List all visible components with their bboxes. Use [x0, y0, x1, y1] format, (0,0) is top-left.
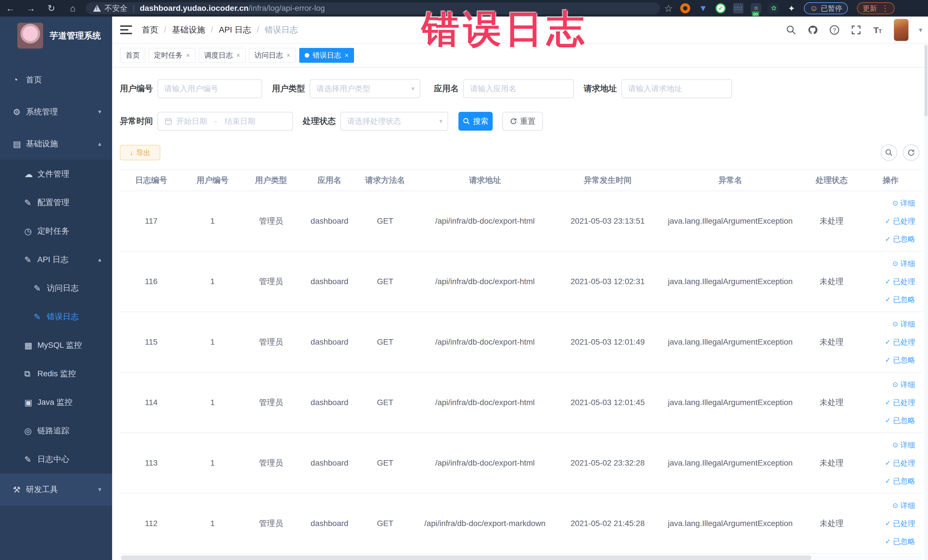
horizontal-scrollbar-thumb[interactable] [121, 555, 811, 560]
export-button[interactable]: ↓ 导出 [120, 145, 160, 160]
action-ignored-link[interactable]: ✓已忽略 [885, 355, 915, 365]
sidebar-item-首页[interactable]: ◔首页 [0, 64, 112, 96]
refresh-button[interactable] [903, 144, 919, 161]
browser-reload-icon[interactable]: ↻ [41, 3, 62, 14]
tools-icon: ⚒ [13, 485, 26, 495]
font-size-icon[interactable]: TT [872, 24, 884, 36]
action-ignored-link[interactable]: ✓已忽略 [885, 234, 915, 244]
tab-label: 访问日志 [255, 50, 283, 60]
sidebar-item-日志中心[interactable]: ✎日志中心 [0, 445, 112, 473]
action-processed-link[interactable]: ✓已处理 [885, 398, 915, 407]
sidebar-item-redis-监控[interactable]: ⧉Redis 监控 [0, 359, 112, 388]
tab-错误日志[interactable]: 错误日志× [299, 48, 354, 63]
action-processed-link[interactable]: ✓已处理 [885, 216, 915, 226]
browser-back-icon[interactable]: ← [0, 3, 21, 14]
exception-time-range-input[interactable]: 开始日期 - 结束日期 [157, 112, 293, 131]
sidebar: 芋道管理系统 ◔首页⚙系统管理▾▤基础设施▴☁文件管理✎配置管理◷定时任务✎AP… [0, 17, 112, 560]
svg-text:?: ? [833, 26, 836, 33]
browser-menu-icon[interactable]: ⋮ [882, 4, 889, 13]
tab-定时任务[interactable]: 定时任务× [149, 48, 195, 63]
breadcrumb-item[interactable]: 首页 [142, 24, 158, 36]
extension-orange-icon[interactable] [680, 3, 690, 14]
help-icon[interactable]: ? [829, 24, 840, 36]
action-detail-link[interactable]: ⊙详细 [892, 380, 915, 390]
sidebar-item-错误日志[interactable]: ✎错误日志 [0, 302, 112, 331]
search-button-label: 搜索 [473, 116, 488, 127]
action-ignored-link[interactable]: ✓已忽略 [885, 416, 915, 426]
table-cell: /api/infra/db-doc/export-html [411, 398, 559, 407]
action-processed-link[interactable]: ✓已处理 [885, 519, 915, 529]
app-logo-row[interactable]: 芋道管理系统 [0, 17, 112, 55]
extension-on-icon[interactable]: ≡ [751, 3, 761, 14]
tab-调度日志[interactable]: 调度日志× [199, 48, 246, 63]
sidebar-item-基础设施[interactable]: ▤基础设施▴ [0, 128, 112, 160]
user-type-select[interactable]: 请选择用户类型 ▾ [310, 79, 420, 98]
extension-grid-icon[interactable]: ∷∷ [733, 3, 743, 14]
breadcrumb-item[interactable]: API 日志 [219, 24, 251, 36]
toggle-search-button[interactable] [881, 144, 897, 161]
fullscreen-icon[interactable] [850, 24, 862, 36]
column-header: 用户编号 [183, 175, 243, 186]
security-warning-icon[interactable] [93, 5, 101, 12]
process-status-select[interactable]: 请选择处理状态 ▾ [340, 112, 448, 131]
table-cell: /api/infra/db-doc/export-html [411, 458, 559, 468]
security-label: 不安全 [104, 3, 128, 14]
browser-forward-icon[interactable]: → [21, 3, 41, 14]
sidebar-item-访问日志[interactable]: ✎访问日志 [0, 274, 112, 302]
sidebar-item-文件管理[interactable]: ☁文件管理 [0, 160, 112, 188]
sidebar-item-配置管理[interactable]: ✎配置管理 [0, 188, 112, 217]
search-icon[interactable] [785, 24, 797, 36]
update-badge[interactable]: 更新 ⋮ [857, 2, 894, 14]
request-url-input[interactable]: 请输入请求地址 [621, 79, 732, 98]
sidebar-item-mysql-监控[interactable]: ▦MySQL 监控 [0, 331, 112, 359]
chevron-down-icon: ▾ [439, 117, 443, 125]
close-tab-icon[interactable]: × [345, 51, 349, 60]
action-ignored-link[interactable]: ✓已忽略 [885, 295, 915, 305]
breadcrumb-separator: / [211, 25, 213, 35]
app-name-input[interactable]: 请输入应用名 [463, 79, 574, 98]
horizontal-scrollbar[interactable] [120, 555, 923, 560]
user-menu-caret-icon[interactable]: ▾ [919, 26, 922, 34]
action-detail-link[interactable]: ⊙详细 [892, 259, 915, 269]
column-header: 操作 [859, 175, 923, 186]
breadcrumb-item[interactable]: 基础设施 [172, 24, 205, 36]
action-processed-link[interactable]: ✓已处理 [885, 337, 915, 347]
action-detail-link[interactable]: ⊙详细 [892, 500, 915, 511]
action-label: 已忽略 [893, 537, 915, 546]
close-tab-icon[interactable]: × [186, 51, 190, 60]
github-icon[interactable] [807, 24, 818, 36]
sidebar-item-定时任务[interactable]: ◷定时任务 [0, 217, 112, 245]
tab-访问日志[interactable]: 访问日志× [249, 48, 296, 63]
sidebar-item-链路追踪[interactable]: ◎链路追踪 [0, 417, 112, 445]
close-tab-icon[interactable]: × [286, 51, 290, 60]
collapse-sidebar-icon[interactable] [120, 25, 132, 35]
paused-badge[interactable]: ☺ 已暂停 [804, 2, 848, 14]
extension-check-icon[interactable]: ✓ [716, 3, 726, 14]
sidebar-item-api-日志[interactable]: ✎API 日志▴ [0, 245, 112, 274]
extension-leaf-icon[interactable]: ✿ [769, 3, 779, 14]
extension-pin-icon[interactable]: ▼ [698, 3, 708, 14]
sidebar-nav: ◔首页⚙系统管理▾▤基础设施▴☁文件管理✎配置管理◷定时任务✎API 日志▴✎访… [0, 64, 112, 560]
sidebar-item-java-监控[interactable]: ▣Java 监控 [0, 388, 112, 417]
action-ignored-link[interactable]: ✓已忽略 [885, 537, 915, 546]
tab-首页[interactable]: 首页 [120, 48, 145, 63]
user-id-input[interactable]: 请输入用户编号 [157, 79, 262, 98]
search-button[interactable]: 搜索 [458, 112, 493, 131]
user-avatar[interactable] [894, 19, 908, 41]
sidebar-item-系统管理[interactable]: ⚙系统管理▾ [0, 96, 112, 128]
bookmark-star-icon[interactable]: ☆ [664, 3, 673, 14]
action-processed-link[interactable]: ✓已处理 [885, 458, 915, 468]
reset-button[interactable]: 重置 [502, 112, 543, 131]
action-ignored-link[interactable]: ✓已忽略 [885, 476, 915, 486]
action-detail-link[interactable]: ⊙详细 [892, 198, 915, 208]
extensions-puzzle-icon[interactable]: ✦ [786, 3, 797, 14]
sidebar-item-研发工具[interactable]: ⚒研发工具▾ [0, 473, 112, 505]
close-tab-icon[interactable]: × [236, 51, 240, 60]
action-detail-link[interactable]: ⊙详细 [892, 319, 915, 329]
vertical-scrollbar[interactable] [924, 43, 928, 560]
vertical-scrollbar-thumb[interactable] [925, 45, 927, 116]
action-detail-link[interactable]: ⊙详细 [892, 440, 915, 450]
action-processed-link[interactable]: ✓已处理 [885, 277, 915, 287]
address-divider: | [133, 4, 135, 13]
browser-home-icon[interactable]: ⌂ [62, 3, 84, 14]
